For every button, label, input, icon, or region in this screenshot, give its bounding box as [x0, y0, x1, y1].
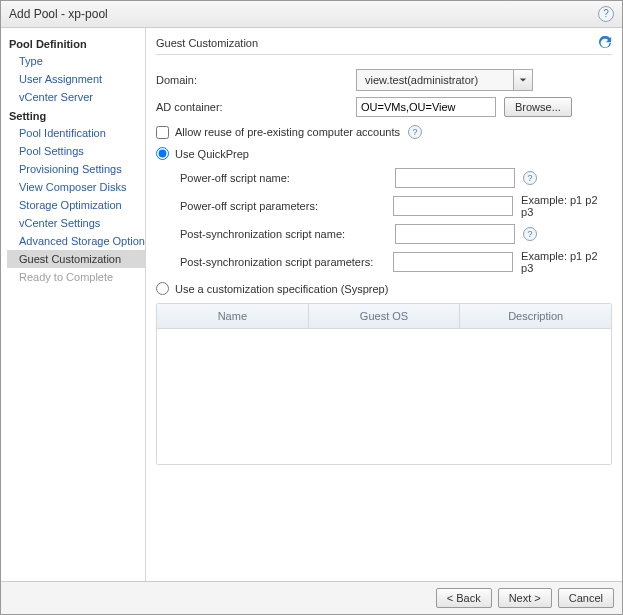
- sidebar-item-vcenter-server[interactable]: vCenter Server: [7, 88, 145, 106]
- sidebar-item-vcenter-settings[interactable]: vCenter Settings: [7, 214, 145, 232]
- section-title: Guest Customization: [156, 37, 258, 49]
- row-poweroff-name: Power-off script name: ?: [180, 168, 612, 188]
- sidebar-heading-pool-definition: Pool Definition: [7, 34, 145, 52]
- postsync-params-input[interactable]: [393, 252, 513, 272]
- poweroff-name-label: Power-off script name:: [180, 172, 395, 184]
- wizard-sidebar: Pool Definition Type User Assignment vCe…: [1, 28, 146, 581]
- row-use-sysprep: Use a customization specification (Syspr…: [156, 282, 612, 295]
- sidebar-item-pool-identification[interactable]: Pool Identification: [7, 124, 145, 142]
- use-sysprep-radio[interactable]: [156, 282, 169, 295]
- sidebar-item-user-assignment[interactable]: User Assignment: [7, 70, 145, 88]
- sidebar-item-type[interactable]: Type: [7, 52, 145, 70]
- sidebar-item-guest-customization[interactable]: Guest Customization: [7, 250, 145, 268]
- window-title: Add Pool - xp-pool: [9, 7, 108, 21]
- postsync-name-label: Post-synchronization script name:: [180, 228, 395, 240]
- sidebar-heading-setting: Setting: [7, 106, 145, 124]
- content-pane: Guest Customization Domain: view.test(ad…: [146, 28, 622, 581]
- cancel-button[interactable]: Cancel: [558, 588, 614, 608]
- allow-reuse-label: Allow reuse of pre-existing computer acc…: [175, 126, 400, 138]
- sidebar-item-ready-to-complete: Ready to Complete: [7, 268, 145, 286]
- postsync-params-example: Example: p1 p2 p3: [521, 250, 612, 274]
- table-body: [157, 329, 611, 464]
- allow-reuse-checkbox[interactable]: [156, 126, 169, 139]
- row-domain: Domain: view.test(administrator): [156, 69, 612, 91]
- section-header: Guest Customization: [156, 34, 612, 55]
- help-icon[interactable]: ?: [408, 125, 422, 139]
- use-quickprep-label: Use QuickPrep: [175, 148, 249, 160]
- poweroff-params-label: Power-off script parameters:: [180, 200, 393, 212]
- col-description[interactable]: Description: [460, 304, 611, 328]
- domain-value: view.test(administrator): [357, 74, 513, 86]
- ad-container-label: AD container:: [156, 101, 356, 113]
- sidebar-item-advanced-storage-options[interactable]: Advanced Storage Options: [7, 232, 145, 250]
- row-postsync-name: Post-synchronization script name: ?: [180, 224, 612, 244]
- row-allow-reuse: Allow reuse of pre-existing computer acc…: [156, 125, 612, 139]
- row-postsync-params: Post-synchronization script parameters: …: [180, 250, 612, 274]
- next-button[interactable]: Next >: [498, 588, 552, 608]
- quickprep-block: Power-off script name: ? Power-off scrip…: [156, 168, 612, 274]
- row-ad-container: AD container: Browse...: [156, 97, 612, 117]
- sysprep-table: Name Guest OS Description: [156, 303, 612, 465]
- chevron-down-icon[interactable]: [513, 70, 532, 90]
- titlebar: Add Pool - xp-pool ?: [1, 1, 622, 28]
- poweroff-params-input[interactable]: [393, 196, 513, 216]
- back-button[interactable]: < Back: [436, 588, 492, 608]
- help-icon[interactable]: ?: [523, 227, 537, 241]
- use-quickprep-radio[interactable]: [156, 147, 169, 160]
- poweroff-name-input[interactable]: [395, 168, 515, 188]
- domain-label: Domain:: [156, 74, 356, 86]
- ad-container-input[interactable]: [356, 97, 496, 117]
- poweroff-params-example: Example: p1 p2 p3: [521, 194, 612, 218]
- guest-customization-form: Domain: view.test(administrator) AD cont…: [156, 55, 612, 465]
- row-use-quickprep: Use QuickPrep: [156, 147, 612, 160]
- table-header: Name Guest OS Description: [157, 304, 611, 329]
- wizard-footer: < Back Next > Cancel: [1, 581, 622, 614]
- help-icon[interactable]: ?: [598, 6, 614, 22]
- browse-button[interactable]: Browse...: [504, 97, 572, 117]
- help-icon[interactable]: ?: [523, 171, 537, 185]
- refresh-icon[interactable]: [598, 36, 612, 50]
- domain-dropdown[interactable]: view.test(administrator): [356, 69, 533, 91]
- postsync-name-input[interactable]: [395, 224, 515, 244]
- col-name[interactable]: Name: [157, 304, 309, 328]
- sidebar-item-view-composer-disks[interactable]: View Composer Disks: [7, 178, 145, 196]
- main: Pool Definition Type User Assignment vCe…: [1, 28, 622, 581]
- sidebar-item-storage-optimization[interactable]: Storage Optimization: [7, 196, 145, 214]
- row-poweroff-params: Power-off script parameters: Example: p1…: [180, 194, 612, 218]
- col-guest-os[interactable]: Guest OS: [309, 304, 461, 328]
- use-sysprep-label: Use a customization specification (Syspr…: [175, 283, 388, 295]
- sidebar-item-pool-settings[interactable]: Pool Settings: [7, 142, 145, 160]
- sidebar-item-provisioning-settings[interactable]: Provisioning Settings: [7, 160, 145, 178]
- postsync-params-label: Post-synchronization script parameters:: [180, 256, 393, 268]
